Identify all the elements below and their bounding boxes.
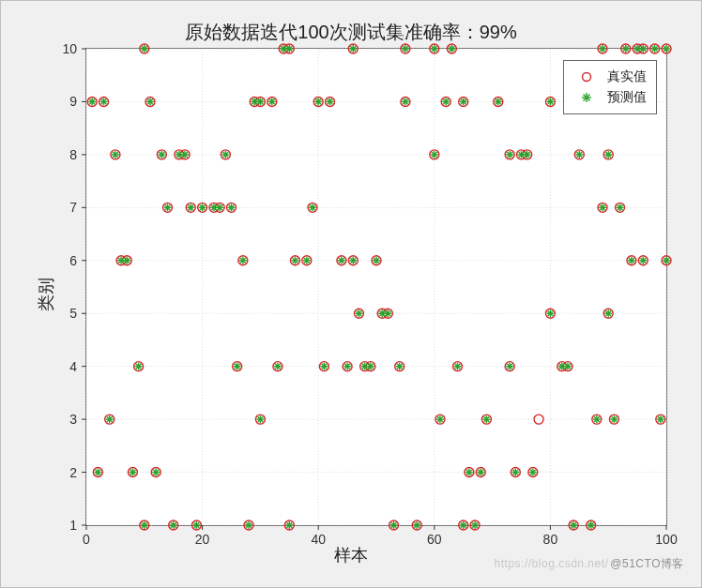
- svg-text:7: 7: [69, 200, 77, 215]
- y-ticks: 12345678910: [62, 41, 86, 533]
- svg-text:10: 10: [62, 41, 77, 56]
- svg-point-544: [583, 73, 591, 82]
- plot-axes: 020406080100 12345678910 真实值: [85, 48, 667, 526]
- svg-text:2: 2: [69, 465, 77, 480]
- svg-text:5: 5: [69, 306, 77, 321]
- predicted-values-series: [88, 45, 670, 529]
- svg-text:1: 1: [69, 518, 77, 533]
- legend-swatch-circle-icon: [573, 68, 600, 85]
- true-values-series: [87, 44, 671, 530]
- plot-svg: 020406080100 12345678910: [86, 49, 666, 525]
- legend-label-pred: 预测值: [607, 89, 647, 106]
- legend-entry-pred: 预测值: [573, 87, 647, 108]
- legend-swatch-asterisk-icon: [573, 89, 600, 106]
- y-axis-label: 类别: [35, 278, 57, 311]
- figure: 原始数据迭代100次测试集准确率：99% 类别 020406080100 123…: [0, 0, 702, 588]
- svg-point-92: [534, 415, 543, 424]
- x-axis-label: 样本: [1, 544, 701, 566]
- legend: 真实值 预测值: [563, 60, 657, 114]
- legend-label-true: 真实值: [607, 68, 647, 85]
- svg-text:3: 3: [69, 412, 77, 427]
- svg-text:4: 4: [69, 359, 77, 374]
- grid-lines: [86, 49, 666, 525]
- legend-entry-true: 真实值: [573, 67, 647, 87]
- chart-title: 原始数据迭代100次测试集准确率：99%: [1, 20, 701, 45]
- svg-text:6: 6: [69, 253, 77, 268]
- svg-text:8: 8: [69, 147, 77, 162]
- svg-text:9: 9: [69, 94, 77, 109]
